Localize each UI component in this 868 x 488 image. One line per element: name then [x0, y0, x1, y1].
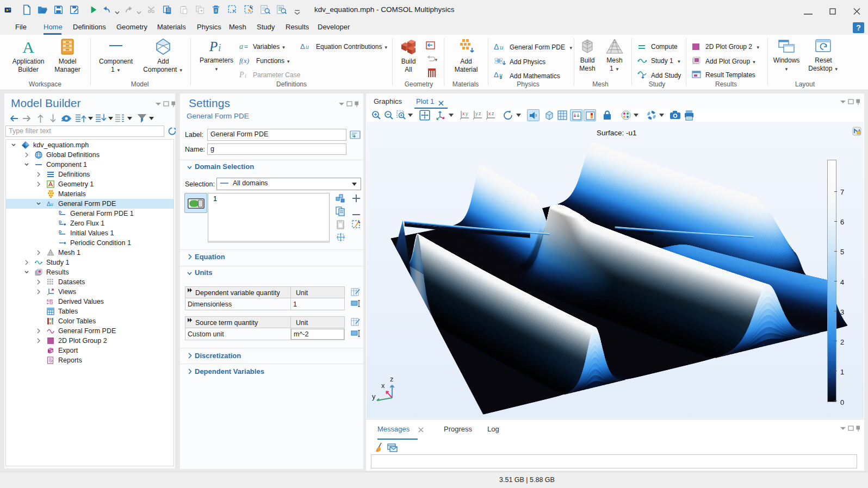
svg-text:Δ: Δ — [494, 42, 499, 51]
svg-text:x: x — [488, 111, 491, 116]
svg-text:z: z — [492, 111, 494, 116]
svg-text:D: D — [59, 210, 61, 214]
svg-text:u: u — [51, 201, 53, 207]
svg-text:i: i — [218, 42, 221, 53]
svg-text:i: i — [245, 73, 246, 79]
svg-text:A: A — [22, 38, 34, 55]
svg-text:f(x): f(x) — [239, 57, 249, 65]
svg-text:a: a — [239, 42, 243, 51]
svg-text:x: x — [462, 111, 465, 116]
svg-text:u: u — [500, 43, 504, 51]
svg-text:P: P — [239, 71, 244, 79]
svg-text:Δ: Δ — [300, 42, 305, 51]
svg-text:Δ: Δ — [47, 201, 51, 207]
svg-text:x: x — [381, 381, 385, 390]
svg-text:▼: ▼ — [434, 58, 438, 62]
svg-text:=: = — [244, 43, 248, 51]
svg-text:y: y — [475, 111, 478, 116]
svg-text:P: P — [209, 39, 218, 54]
svg-text:u: u — [306, 43, 309, 51]
svg-text:z: z — [390, 375, 394, 383]
svg-text:Δ: Δ — [494, 71, 499, 79]
svg-text:D: D — [59, 230, 61, 234]
svg-text:y: y — [466, 111, 468, 116]
svg-text:e-12: e-12 — [47, 302, 53, 305]
svg-text:y: y — [372, 392, 376, 401]
svg-text:z: z — [479, 111, 481, 116]
svg-text:D: D — [59, 220, 61, 224]
